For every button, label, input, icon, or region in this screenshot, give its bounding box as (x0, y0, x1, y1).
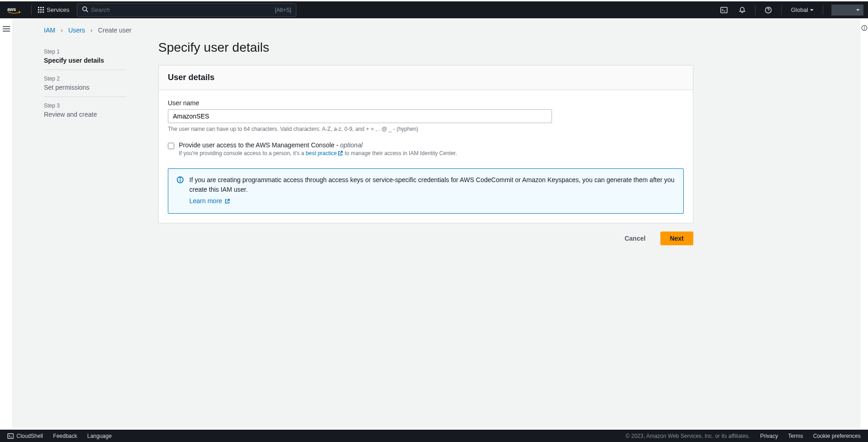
services-menu[interactable]: Services (35, 6, 72, 13)
region-label: Global (791, 6, 808, 13)
region-selector[interactable]: Global (785, 6, 819, 13)
hamburger-icon[interactable] (3, 25, 10, 33)
console-access-label: Provide user access to the AWS Managemen… (179, 141, 457, 149)
step-number: Step 3 (44, 102, 126, 109)
step-title: Set permissions (44, 84, 126, 91)
separator (781, 5, 782, 15)
chevron-down-icon (856, 9, 860, 11)
step-number: Step 2 (44, 75, 126, 82)
step-3[interactable]: Step 3 Review and create (44, 97, 126, 124)
svg-point-1 (83, 7, 87, 11)
search-box[interactable]: [Alt+S] (77, 3, 296, 17)
external-link-icon (338, 151, 343, 157)
step-2[interactable]: Step 2 Set permissions (44, 70, 126, 97)
breadcrumb-users[interactable]: Users (68, 27, 85, 34)
panel-heading: User details (168, 73, 684, 82)
aws-logo[interactable]: aws (7, 6, 21, 14)
console-access-row: Provide user access to the AWS Managemen… (168, 141, 684, 157)
wizard-steps: Step 1 Specify user details Step 2 Set p… (44, 40, 126, 245)
chevron-right-icon: › (61, 27, 63, 34)
step-1[interactable]: Step 1 Specify user details (44, 43, 126, 70)
breadcrumb-current: Create user (98, 27, 131, 34)
breadcrumb-iam[interactable]: IAM (44, 27, 55, 34)
cancel-button[interactable]: Cancel (616, 232, 655, 245)
top-nav: aws Services [Alt+S] Global (0, 0, 868, 18)
page-title: Specify user details (158, 40, 693, 55)
search-shortcut: [Alt+S] (275, 7, 291, 13)
grid-icon (38, 7, 44, 13)
right-gutter (860, 18, 868, 428)
step-title: Review and create (44, 111, 126, 118)
svg-text:aws: aws (7, 6, 16, 11)
info-icon (177, 176, 184, 185)
separator (823, 5, 823, 15)
separator (755, 5, 755, 15)
search-input[interactable] (91, 6, 275, 13)
info-alert: If you are creating programmatic access … (168, 168, 684, 214)
side-panel-toggle (0, 18, 13, 428)
aws-logo-icon: aws (7, 6, 21, 14)
svg-point-10 (864, 27, 864, 27)
console-access-description: If you're providing console access to a … (179, 150, 457, 157)
breadcrumb: IAM › Users › Create user (13, 18, 860, 34)
step-number: Step 1 (44, 49, 126, 55)
search-icon (82, 6, 88, 14)
help-icon[interactable] (759, 6, 777, 14)
user-details-panel: User details User name The user name can… (158, 65, 693, 223)
notifications-icon[interactable] (733, 6, 751, 14)
username-input[interactable] (168, 109, 552, 123)
panel-body: User name The user name can have up to 6… (159, 90, 693, 223)
separator (31, 5, 32, 15)
main-shell: IAM › Users › Create user Step 1 Specify… (0, 18, 868, 428)
chevron-down-icon (810, 9, 814, 11)
main-column: Specify user details User details User n… (158, 40, 693, 245)
svg-line-2 (86, 11, 88, 12)
svg-rect-3 (721, 7, 727, 13)
console-access-checkbox[interactable] (168, 143, 174, 149)
content-area: IAM › Users › Create user Step 1 Specify… (13, 18, 860, 428)
best-practice-link[interactable]: best practice (305, 150, 343, 156)
username-hint: The user name can have up to 64 characte… (168, 126, 684, 132)
learn-more-link[interactable]: Learn more (189, 196, 230, 207)
svg-point-7 (180, 178, 181, 178)
chevron-right-icon: › (91, 27, 93, 34)
account-menu[interactable] (831, 5, 863, 16)
action-bar: Cancel Next (158, 232, 693, 245)
panel-header: User details (159, 65, 693, 90)
services-label: Services (47, 6, 70, 13)
next-button[interactable]: Next (660, 232, 693, 245)
username-label: User name (168, 99, 684, 107)
help-panel-toggle-icon[interactable] (861, 25, 868, 32)
external-link-icon (225, 197, 230, 207)
cloudshell-icon[interactable] (715, 6, 733, 14)
info-text: If you are creating programmatic access … (189, 175, 675, 207)
step-title: Specify user details (44, 57, 126, 64)
